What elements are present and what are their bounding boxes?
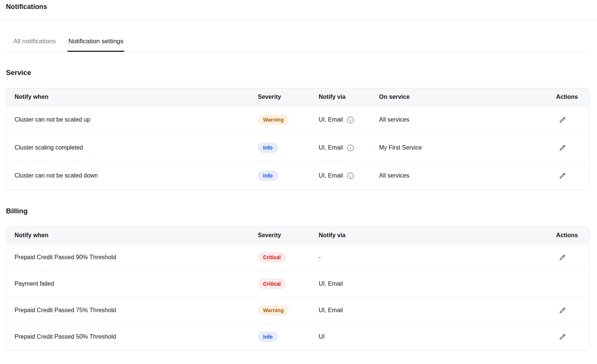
notify-when-cell: Prepaid Credit Passed 50% Threshold <box>6 333 258 340</box>
column-header-notify-via: Notify via <box>319 94 379 100</box>
tab-notification-settings[interactable]: Notification settings <box>68 20 124 52</box>
edit-button[interactable] <box>559 172 566 179</box>
pencil-icon <box>559 116 566 123</box>
info-circle-icon[interactable] <box>347 172 354 180</box>
table-row: Prepaid Credit Passed 90% Threshold Crit… <box>6 244 589 270</box>
info-circle-icon[interactable] <box>347 116 354 124</box>
notify-via-cell: UI, Email <box>319 116 343 123</box>
page-header: Notifications <box>0 0 597 11</box>
billing-table-header: Notify when Severity Notify via Actions <box>6 227 589 244</box>
info-circle-icon[interactable] <box>347 144 354 152</box>
table-row: Prepaid Credit Passed 50% Threshold Info… <box>6 323 589 350</box>
edit-button[interactable] <box>559 144 566 151</box>
notify-when-cell: Cluster can not be scaled down <box>6 172 258 179</box>
severity-badge: Warning <box>258 114 289 125</box>
table-row: Cluster scaling completed Info UI, Email… <box>6 134 589 161</box>
notify-via-cell: UI <box>319 333 525 340</box>
service-section: Service Notify when Severity Notify via … <box>6 69 590 190</box>
severity-badge: Info <box>258 332 278 342</box>
notify-via-cell: UI, Email <box>319 172 343 179</box>
table-row: Prepaid Credit Passed 75% Threshold Warn… <box>6 297 589 323</box>
on-service-cell: My First Service <box>379 144 525 151</box>
service-section-title: Service <box>6 69 590 77</box>
tab-all-notifications[interactable]: All notifications <box>13 20 56 52</box>
notify-when-cell: Cluster can not be scaled up <box>6 116 258 123</box>
edit-button[interactable] <box>559 254 566 261</box>
column-header-on-service: On service <box>379 94 525 100</box>
edit-button[interactable] <box>559 116 566 123</box>
column-header-actions: Actions <box>556 94 589 100</box>
billing-section: Billing Notify when Severity Notify via … <box>6 207 590 350</box>
billing-table: Notify when Severity Notify via Actions … <box>6 226 590 350</box>
on-service-cell: All services <box>379 116 525 123</box>
table-row: Payment failed Critical UI, Email <box>6 270 589 297</box>
table-row: Cluster can not be scaled down Info UI, … <box>6 161 589 189</box>
tab-bar: All notifications Notification settings <box>6 20 590 51</box>
severity-badge: Critical <box>258 252 286 263</box>
notify-via-cell: - <box>319 254 525 261</box>
column-header-notify-via: Notify via <box>319 232 525 239</box>
notify-when-cell: Prepaid Credit Passed 90% Threshold <box>6 254 258 261</box>
edit-button[interactable] <box>559 307 566 314</box>
on-service-cell: All services <box>379 172 525 179</box>
column-header-notify-when: Notify when <box>6 232 258 239</box>
pencil-icon <box>559 333 566 341</box>
billing-section-title: Billing <box>6 207 590 215</box>
column-header-notify-when: Notify when <box>6 94 258 100</box>
pencil-icon <box>559 254 566 261</box>
service-table-header: Notify when Severity Notify via On servi… <box>6 88 589 106</box>
notify-via-cell: UI, Email <box>319 144 343 151</box>
pencil-icon <box>559 144 566 151</box>
severity-badge: Info <box>258 142 278 153</box>
column-header-severity: Severity <box>258 232 319 239</box>
pencil-icon <box>559 307 566 314</box>
severity-badge: Warning <box>258 305 289 316</box>
edit-button[interactable] <box>559 333 566 341</box>
notify-when-cell: Prepaid Credit Passed 75% Threshold <box>6 307 258 314</box>
pencil-icon <box>559 172 566 179</box>
notify-when-cell: Cluster scaling completed <box>6 144 258 151</box>
severity-badge: Info <box>258 170 278 181</box>
column-header-severity: Severity <box>258 94 319 100</box>
column-header-actions: Actions <box>556 232 589 239</box>
service-table: Notify when Severity Notify via On servi… <box>6 88 590 190</box>
page-title: Notifications <box>6 3 591 11</box>
notify-via-cell: UI, Email <box>319 307 525 314</box>
severity-badge: Critical <box>258 279 286 289</box>
notify-via-cell: UI, Email <box>319 280 525 287</box>
notify-when-cell: Payment failed <box>6 280 258 287</box>
table-row: Cluster can not be scaled up Warning UI,… <box>6 106 589 134</box>
